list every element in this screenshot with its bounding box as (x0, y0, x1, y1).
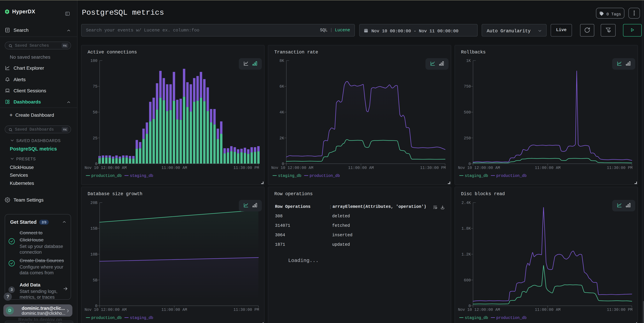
svg-text:production_db: production_db (496, 174, 526, 178)
svg-text:production_db: production_db (91, 174, 122, 178)
svg-text:11:00:00 AM: 11:00:00 AM (535, 166, 560, 170)
svg-text:50: 50 (93, 110, 98, 115)
svg-text:11:30:00 PM: 11:30:00 PM (607, 308, 632, 312)
svg-text:Nov 10 12:00:00 AM: Nov 10 12:00:00 AM (271, 166, 313, 170)
svg-text:8K: 8K (280, 59, 284, 63)
svg-text:Nov 10 12:00:00 AM: Nov 10 12:00:00 AM (458, 166, 500, 170)
svg-text:25: 25 (93, 136, 98, 140)
svg-text:2K: 2K (280, 136, 284, 140)
svg-text:1.8K: 1.8K (462, 226, 471, 231)
svg-text:staging_db: staging_db (465, 316, 488, 320)
svg-text:staging_db: staging_db (278, 174, 301, 178)
svg-text:staging_db: staging_db (130, 174, 153, 178)
svg-text:100: 100 (90, 59, 98, 63)
svg-text:Nov 10 12:00:00 AM: Nov 10 12:00:00 AM (84, 166, 126, 170)
svg-text:Nov 10 12:00:00 AM: Nov 10 12:00:00 AM (84, 308, 126, 312)
svg-text:11:30:00 PM: 11:30:00 PM (420, 166, 446, 170)
svg-text:production_db: production_db (310, 174, 340, 178)
svg-text:staging_db: staging_db (130, 316, 153, 320)
svg-text:600: 600 (464, 278, 471, 282)
svg-text:11:00:00 AM: 11:00:00 AM (161, 166, 187, 170)
svg-text:11:30:00 PM: 11:30:00 PM (607, 166, 632, 170)
svg-text:production_db: production_db (91, 316, 122, 320)
svg-text:11:00:00 AM: 11:00:00 AM (535, 308, 560, 312)
svg-text:Nov 10 12:00:00 AM: Nov 10 12:00:00 AM (458, 308, 500, 312)
svg-text:6K: 6K (280, 84, 284, 89)
svg-text:75: 75 (93, 84, 98, 89)
svg-text:11:00:00 AM: 11:00:00 AM (348, 166, 374, 170)
svg-text:5B: 5B (93, 278, 98, 282)
svg-text:10B: 10B (90, 252, 98, 257)
svg-text:11:30:00 PM: 11:30:00 PM (234, 308, 259, 312)
svg-text:staging_db: staging_db (465, 174, 488, 178)
svg-text:2.4K: 2.4K (462, 201, 471, 205)
svg-text:500: 500 (464, 110, 471, 115)
svg-text:250: 250 (464, 136, 471, 140)
svg-text:15B: 15B (90, 226, 98, 231)
svg-text:20B: 20B (90, 201, 98, 205)
svg-text:750: 750 (464, 84, 471, 89)
svg-text:4K: 4K (280, 110, 284, 115)
svg-text:1K: 1K (466, 59, 471, 63)
svg-text:11:00:00 AM: 11:00:00 AM (161, 308, 187, 312)
svg-text:1.2K: 1.2K (462, 252, 471, 257)
svg-text:11:30:00 PM: 11:30:00 PM (234, 166, 259, 170)
svg-text:production_db: production_db (496, 316, 526, 320)
